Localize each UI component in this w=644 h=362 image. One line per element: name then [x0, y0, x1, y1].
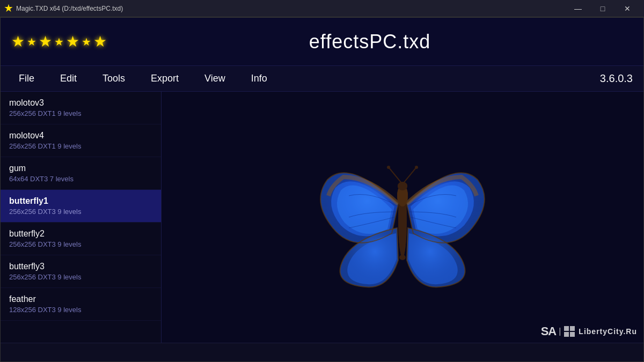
- svg-point-6: [415, 166, 418, 169]
- menu-tools[interactable]: Tools: [90, 69, 138, 88]
- star-5: ★: [66, 34, 79, 49]
- item-name: butterfly3: [9, 262, 152, 271]
- app-icon: [4, 4, 13, 13]
- menu-edit[interactable]: Edit: [47, 69, 90, 88]
- butterfly-preview: [306, 126, 499, 308]
- item-info: 128x256 DXT3 9 levels: [9, 306, 152, 314]
- list-item[interactable]: butterfly3 256x256 DXT3 9 levels: [1, 255, 161, 288]
- menu-view[interactable]: View: [192, 69, 238, 88]
- item-info: 256x256 DXT3 9 levels: [9, 273, 152, 281]
- status-bar: [1, 343, 643, 361]
- item-name: molotov3: [9, 98, 152, 108]
- list-item-selected[interactable]: butterfly1 256x256 DXT3 9 levels: [1, 190, 161, 223]
- sidebar[interactable]: molotov3 256x256 DXT1 9 levels molotov4 …: [1, 92, 162, 343]
- item-name: feather: [9, 294, 152, 304]
- svg-rect-14: [570, 332, 575, 337]
- watermark: SA | LibertyCity.Ru: [541, 324, 637, 338]
- list-item-feather[interactable]: feather 128x256 DXT3 9 levels: [1, 288, 161, 321]
- item-info: 64x64 DXT3 7 levels: [9, 175, 152, 183]
- item-info: 256x256 DXT1 9 levels: [9, 142, 152, 150]
- item-info: 256x256 DXT1 9 levels: [9, 109, 152, 117]
- header: ★ ★ ★ ★ ★ ★ ★ effectsPC.txd: [1, 18, 643, 66]
- item-name: gum: [9, 164, 152, 173]
- item-name: butterfly2: [9, 229, 152, 239]
- svg-point-9: [398, 182, 407, 190]
- list-item[interactable]: molotov3 256x256 DXT1 9 levels: [1, 92, 161, 124]
- star-6: ★: [82, 36, 91, 47]
- butterfly-svg: [306, 126, 499, 308]
- star-1: ★: [11, 34, 25, 49]
- svg-point-5: [387, 166, 390, 169]
- app-title: effectsPC.txd: [107, 31, 633, 53]
- svg-line-4: [404, 168, 416, 183]
- menu-export[interactable]: Export: [138, 69, 192, 88]
- item-info: 256x256 DXT3 9 levels: [9, 240, 152, 248]
- preview-area: SA | LibertyCity.Ru: [162, 92, 643, 343]
- menu-file[interactable]: File: [6, 69, 47, 88]
- star-4: ★: [54, 36, 64, 47]
- list-item[interactable]: butterfly2 256x256 DXT3 9 levels: [1, 223, 161, 255]
- windows-logo: [564, 326, 575, 337]
- star-2: ★: [27, 36, 36, 47]
- star-3: ★: [39, 34, 52, 49]
- svg-rect-12: [570, 326, 575, 331]
- svg-rect-11: [564, 326, 569, 331]
- minimize-button[interactable]: —: [566, 0, 590, 17]
- close-button[interactable]: ✕: [615, 0, 640, 17]
- svg-rect-13: [564, 332, 569, 337]
- svg-line-3: [389, 168, 401, 183]
- title-bar-text: Magic.TXD x64 (D:/txd/effectsPC.txd): [16, 5, 123, 12]
- content: molotov3 256x256 DXT1 9 levels molotov4 …: [1, 92, 643, 343]
- stars-area: ★ ★ ★ ★ ★ ★ ★: [11, 34, 107, 49]
- item-name: butterfly1: [9, 196, 152, 206]
- sa-badge: SA |: [541, 324, 576, 338]
- sa-text: SA: [541, 324, 557, 338]
- item-info: 256x256 DXT3 9 levels: [9, 208, 152, 216]
- star-7: ★: [93, 34, 107, 49]
- item-name: molotov4: [9, 131, 152, 141]
- version-label: 3.6.0.3: [600, 72, 638, 85]
- menu-info[interactable]: Info: [238, 69, 280, 88]
- list-item[interactable]: molotov4 256x256 DXT1 9 levels: [1, 124, 161, 157]
- title-bar-controls: — □ ✕: [566, 0, 640, 17]
- menu-bar: File Edit Tools Export View Info 3.6.0.3: [1, 66, 643, 92]
- watermark-text: LibertyCity.Ru: [579, 327, 637, 336]
- svg-point-10: [399, 255, 406, 260]
- separator: |: [559, 327, 561, 336]
- main-window: ★ ★ ★ ★ ★ ★ ★ effectsPC.txd File Edit To…: [0, 17, 644, 362]
- title-bar-left: Magic.TXD x64 (D:/txd/effectsPC.txd): [4, 4, 123, 13]
- menu-items: File Edit Tools Export View Info: [6, 69, 280, 88]
- maximize-button[interactable]: □: [590, 0, 615, 17]
- title-bar: Magic.TXD x64 (D:/txd/effectsPC.txd) — □…: [0, 0, 644, 17]
- list-item[interactable]: gum 64x64 DXT3 7 levels: [1, 157, 161, 190]
